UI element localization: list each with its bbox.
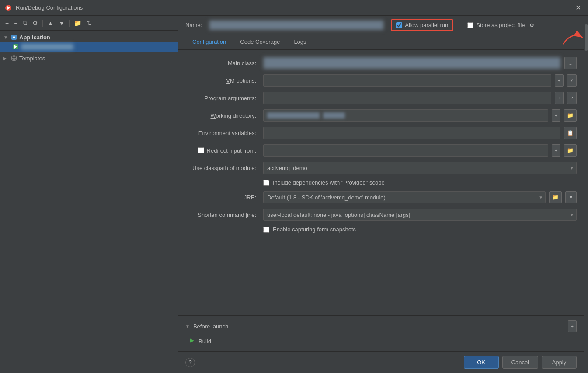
folder-button[interactable]: 📁: [72, 19, 83, 28]
store-project-label: Store as project file: [476, 22, 525, 28]
env-vars-input[interactable]: [263, 127, 560, 139]
build-icon: [189, 338, 195, 345]
help-button-area: ?: [185, 358, 195, 367]
classpath-module-label: Use classpath of module:: [185, 165, 260, 171]
vm-options-label: VM options:: [185, 77, 260, 84]
jre-select[interactable]: Default (1.8 - SDK of 'activemq_demo' mo…: [263, 191, 546, 203]
application-group-label: Application: [19, 34, 174, 41]
tab-code-coverage[interactable]: Code Coverage: [233, 35, 287, 49]
store-project-container: Store as project file ⚙: [467, 21, 536, 29]
shorten-cmd-row: Shorten command line: user-local default…: [185, 209, 577, 221]
expand-icon: ▼: [3, 35, 9, 40]
program-args-row: Program arguments: + ⤢: [185, 92, 577, 104]
env-vars-edit-btn[interactable]: 📋: [564, 127, 577, 139]
classpath-module-select-wrapper: activemq_demo ▼: [263, 162, 577, 174]
before-launch-header: ▼ Before launch +: [185, 320, 577, 332]
store-project-settings-btn[interactable]: ⚙: [528, 21, 536, 29]
main-class-browse-btn[interactable]: ...: [564, 57, 577, 69]
env-vars-row: Environment variables: 📋: [185, 127, 577, 139]
main-class-input[interactable]: [263, 57, 561, 69]
before-launch-label: Before launch: [193, 323, 228, 330]
title-bar: Run/Debug Configurations ✕: [0, 0, 588, 16]
tree-group-application[interactable]: ▼ A Application: [0, 32, 178, 42]
shorten-cmd-label: Shorten command line:: [185, 212, 260, 218]
redirect-input-label: Redirect input from:: [207, 147, 256, 154]
main-class-label: Main class:: [185, 60, 260, 66]
cancel-button[interactable]: Cancel: [502, 356, 538, 369]
copy-config-button[interactable]: ⧉: [21, 18, 29, 28]
allow-parallel-container: Allow parallel run: [391, 19, 453, 31]
shorten-cmd-select[interactable]: user-local default: none - java [options…: [263, 209, 577, 221]
config-item-icon: [12, 43, 19, 50]
jre-dropdown-btn[interactable]: ▼: [565, 191, 577, 203]
program-args-input[interactable]: [263, 92, 551, 104]
include-deps-checkbox[interactable]: [263, 180, 269, 186]
redirect-input-checkbox[interactable]: [198, 147, 204, 153]
working-dir-add-btn[interactable]: +: [552, 109, 560, 122]
remove-config-button[interactable]: −: [12, 19, 19, 28]
apply-button[interactable]: Apply: [542, 356, 577, 369]
title-bar-title: Run/Debug Configurations: [16, 4, 573, 11]
allow-parallel-label: Allow parallel run: [405, 22, 448, 28]
jre-select-wrapper: Default (1.8 - SDK of 'activemq_demo' mo…: [263, 191, 546, 203]
tree-item-selected[interactable]: [0, 42, 178, 52]
svg-marker-11: [190, 338, 194, 343]
name-input[interactable]: [209, 20, 384, 30]
redirect-input-add-btn[interactable]: +: [552, 144, 560, 157]
enable-capturing-row: Enable capturing form snapshots: [185, 226, 577, 233]
help-button[interactable]: ?: [185, 358, 195, 367]
move-down-button[interactable]: ▼: [57, 19, 66, 28]
vm-options-add-btn[interactable]: +: [555, 74, 564, 87]
add-config-button[interactable]: +: [3, 19, 10, 28]
working-dir-browse-btn[interactable]: 📁: [564, 109, 577, 122]
store-project-checkbox[interactable]: [467, 22, 473, 28]
right-area: Name: Allow parallel run Store as projec…: [178, 16, 584, 373]
before-launch-expand-icon: ▼: [185, 324, 190, 329]
allow-parallel-checkbox[interactable]: [396, 22, 402, 28]
redirect-input-field[interactable]: [263, 144, 548, 157]
application-group-icon: A: [10, 34, 17, 41]
enable-capturing-checkbox[interactable]: [263, 227, 269, 233]
tab-logs[interactable]: Logs: [287, 35, 313, 49]
before-launch-section: ▼ Before launch + Build: [178, 315, 584, 351]
scrollbar-thumb[interactable]: [585, 24, 588, 51]
classpath-module-select[interactable]: activemq_demo: [263, 162, 577, 174]
move-up-button[interactable]: ▲: [45, 19, 55, 28]
templates-icon: [10, 55, 17, 62]
tree-group-templates[interactable]: ▶ Templates: [0, 53, 178, 63]
tabs-bar: Configuration Code Coverage Logs: [178, 35, 584, 50]
program-args-label: Program arguments:: [185, 95, 260, 101]
include-deps-row: Include dependencies with "Provided" sco…: [185, 179, 577, 186]
program-args-expand-btn[interactable]: ⤢: [567, 92, 577, 104]
before-launch-add-btn[interactable]: +: [568, 320, 577, 332]
name-label: Name:: [185, 22, 202, 28]
toolbar-separator2: [69, 20, 70, 27]
vm-options-input[interactable]: [263, 74, 551, 87]
program-args-add-btn[interactable]: +: [555, 92, 564, 104]
jre-browse-btn[interactable]: 📁: [549, 191, 562, 203]
settings-button[interactable]: ⚙: [31, 19, 40, 28]
toolbar: + − ⧉ ⚙ ▲ ▼ 📁 ⇅: [0, 16, 178, 31]
jre-label: JRE:: [185, 194, 260, 201]
tab-configuration[interactable]: Configuration: [185, 35, 233, 49]
right-scrollbar[interactable]: [584, 16, 588, 373]
classpath-module-row: Use classpath of module: activemq_demo ▼: [185, 162, 577, 174]
shorten-cmd-select-wrapper: user-local default: none - java [options…: [263, 209, 577, 221]
config-content: Main class: ... VM options: + ⤢ Program …: [178, 50, 584, 315]
right-header: Name: Allow parallel run Store as projec…: [178, 16, 584, 35]
redirect-input-browse-btn[interactable]: 📁: [564, 144, 577, 157]
bottom-help-area: [0, 366, 178, 373]
env-vars-label: Environment variables:: [185, 130, 260, 136]
main-class-row: Main class: ...: [185, 57, 577, 69]
sort-button[interactable]: ⇅: [85, 19, 94, 28]
vm-options-expand-btn[interactable]: ⤢: [567, 74, 577, 87]
bottom-bar: ? OK Cancel Apply: [178, 351, 584, 373]
templates-expand-icon: ▶: [3, 56, 9, 61]
ok-button[interactable]: OK: [464, 356, 499, 369]
jre-row: JRE: Default (1.8 - SDK of 'activemq_dem…: [185, 191, 577, 203]
close-button[interactable]: ✕: [573, 3, 584, 13]
title-bar-icon: [4, 4, 12, 12]
redirect-input-row: Redirect input from: + 📁: [185, 144, 577, 157]
config-item-label: [21, 44, 73, 50]
build-item[interactable]: Build: [185, 336, 577, 347]
